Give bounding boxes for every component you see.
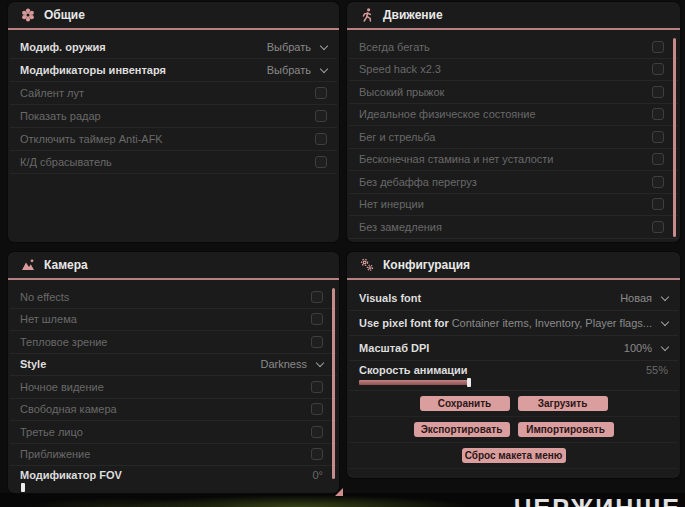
row-label: Масштаб DPI: [359, 342, 429, 354]
row-weapon-mod: Модиф. оружия Выбрать: [10, 36, 337, 59]
weapon-mod-dropdown[interactable]: Выбрать: [267, 41, 327, 53]
row-label: Visuals font: [359, 292, 421, 304]
animation-speed-slider[interactable]: [359, 379, 668, 387]
silent-loot-checkbox[interactable]: [315, 87, 327, 99]
chevron-down-icon: [661, 342, 669, 350]
zoom-checkbox[interactable]: [311, 448, 323, 460]
row-label: Use pixel font for: [359, 317, 449, 329]
button-row-2: Экспортировать Импортировать: [349, 417, 678, 443]
row-visuals-font: Visuals font Новая: [349, 286, 678, 311]
no-helmet-checkbox[interactable]: [311, 313, 323, 325]
infinite-stamina-checkbox[interactable]: [652, 153, 664, 165]
row-perfect-condition: Идеальное физическое состояние: [349, 104, 678, 127]
row-animation-speed: Скорость анимации 55%: [349, 361, 678, 391]
free-camera-checkbox[interactable]: [311, 403, 323, 415]
row-anti-afk: Отключить таймер Anti-AFK: [10, 128, 337, 151]
row-label: Модиф. оружия: [20, 41, 106, 53]
dpi-scale-dropdown[interactable]: 100%: [624, 342, 668, 354]
row-label: Показать радар: [20, 110, 101, 122]
row-label: Style: [20, 358, 46, 370]
chevron-down-icon: [661, 317, 669, 325]
row-no-overload-debuff: Без дебаффа перегруз: [349, 171, 678, 194]
third-person-checkbox[interactable]: [311, 426, 323, 438]
row-label: Нет шлема: [20, 313, 77, 325]
row-label: Приближение: [20, 448, 90, 460]
cooldown-reset-checkbox[interactable]: [315, 156, 327, 168]
camera-scrollbar[interactable]: [332, 288, 335, 479]
dropdown-value: Darkness: [261, 358, 307, 370]
row-cooldown-reset: К/Д сбрасыватель: [10, 151, 337, 174]
chevron-down-icon: [320, 64, 328, 72]
dropdown-value: Container items, Inventory, Player flags…: [452, 317, 652, 329]
row-silent-loot: Сайлент лут: [10, 82, 337, 105]
panel-config-header[interactable]: Конфигурация: [347, 252, 680, 280]
thermal-vision-checkbox[interactable]: [311, 336, 323, 348]
row-night-vision: Ночное видение: [10, 376, 337, 399]
save-button[interactable]: Сохранить: [420, 396, 510, 411]
row-label: Свободная камера: [20, 403, 117, 415]
row-label: Модификатор FOV: [20, 469, 122, 481]
button-row-3: Сброс макета меню: [349, 443, 678, 469]
anti-afk-checkbox[interactable]: [315, 133, 327, 145]
movement-scrollbar[interactable]: [673, 38, 676, 237]
row-label: No effects: [20, 291, 69, 303]
speed-hack-checkbox[interactable]: [652, 63, 664, 75]
row-high-jump: Высокий прыжок: [349, 81, 678, 104]
high-jump-checkbox[interactable]: [652, 86, 664, 98]
panel-camera-header[interactable]: Камера: [8, 252, 339, 280]
pixel-font-dropdown[interactable]: Container items, Inventory, Player flags…: [452, 317, 668, 329]
panel-general-header[interactable]: Общие: [8, 2, 339, 30]
resize-grip-icon[interactable]: [335, 488, 343, 496]
fov-slider-handle[interactable]: [21, 483, 25, 492]
no-overload-debuff-checkbox[interactable]: [652, 176, 664, 188]
flower-gear-icon: [21, 8, 35, 22]
show-radar-checkbox[interactable]: [315, 110, 327, 122]
fov-value: 0°: [312, 469, 323, 481]
load-button[interactable]: Загрузить: [518, 396, 608, 411]
button-row-1: Сохранить Загрузить: [349, 391, 678, 417]
panel-title: Камера: [44, 258, 88, 272]
watermark-text: ЧЕРЖИНШЕ: [514, 494, 681, 507]
row-label: Сайлент лут: [20, 87, 84, 99]
panel-movement: Движение Всегда бегать Speed hack x2.3 В…: [347, 2, 680, 242]
style-dropdown[interactable]: Darkness: [261, 358, 323, 370]
night-vision-checkbox[interactable]: [311, 381, 323, 393]
dropdown-value: Выбрать: [267, 64, 311, 76]
row-label: Третье лицо: [20, 426, 83, 438]
fov-slider[interactable]: [20, 484, 323, 492]
row-no-helmet: Нет шлема: [10, 309, 337, 332]
row-zoom: Приближение: [10, 444, 337, 467]
no-slowdown-checkbox[interactable]: [652, 221, 664, 233]
panel-movement-header[interactable]: Движение: [347, 2, 680, 30]
panel-title: Конфигурация: [383, 258, 470, 272]
row-label: Бег и стрельба: [359, 131, 435, 143]
no-inertia-checkbox[interactable]: [652, 198, 664, 210]
run-and-shoot-checkbox[interactable]: [652, 131, 664, 143]
import-button[interactable]: Импортировать: [518, 422, 614, 437]
panel-config: Конфигурация Visuals font Новая Use pixe…: [347, 252, 680, 478]
inventory-mods-dropdown[interactable]: Выбрать: [267, 64, 327, 76]
visuals-font-dropdown[interactable]: Новая: [620, 292, 668, 304]
export-button[interactable]: Экспортировать: [414, 422, 510, 437]
chevron-down-icon: [661, 292, 669, 300]
animation-speed-slider-handle[interactable]: [467, 378, 471, 387]
row-no-effects: No effects: [10, 286, 337, 309]
row-fov-modifier: Модификатор FOV 0°: [10, 466, 337, 489]
panel-title: Движение: [383, 8, 443, 22]
row-no-inertia: Нет инерции: [349, 194, 678, 217]
always-run-checkbox[interactable]: [652, 41, 664, 53]
row-label: Всегда бегать: [359, 41, 430, 53]
no-effects-checkbox[interactable]: [311, 291, 323, 303]
row-dpi-scale: Масштаб DPI 100%: [349, 336, 678, 361]
reset-menu-layout-button[interactable]: Сброс макета меню: [462, 448, 566, 463]
row-label: Отключить таймер Anti-AFK: [20, 133, 163, 145]
perfect-condition-checkbox[interactable]: [652, 108, 664, 120]
row-inventory-mods: Модификаторы инвентаря Выбрать: [10, 59, 337, 82]
gears-icon: [360, 258, 374, 272]
row-always-run: Всегда бегать: [349, 36, 678, 59]
dropdown-value: Новая: [620, 292, 652, 304]
dropdown-value: Выбрать: [267, 41, 311, 53]
panel-general: Общие Модиф. оружия Выбрать Модификаторы…: [8, 2, 339, 242]
row-label: Бесконечная стамина и нет усталости: [359, 153, 554, 165]
chevron-down-icon: [320, 41, 328, 49]
